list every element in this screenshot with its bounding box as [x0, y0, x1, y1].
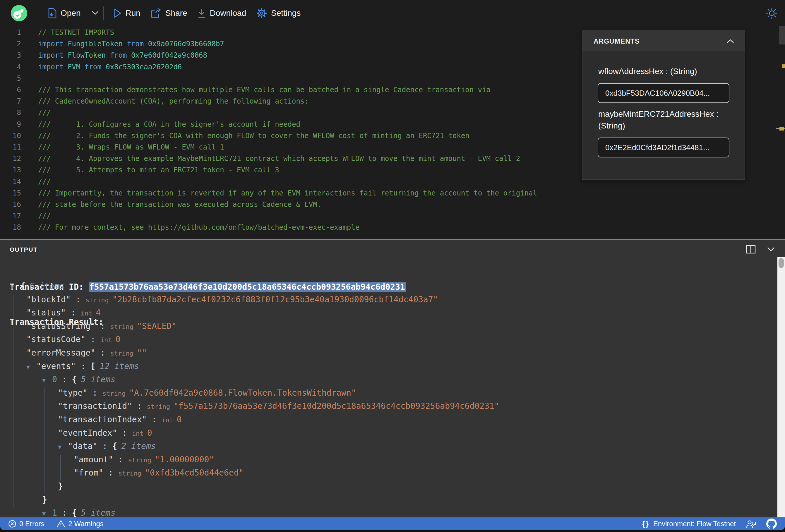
line-number: 8	[0, 107, 21, 119]
output-scrollbar-thumb[interactable]	[779, 258, 784, 268]
json-pn: :	[103, 468, 118, 478]
code-text: /// 4. Approves the example MaybeMintERC…	[38, 153, 520, 164]
collapse-arrow-icon[interactable]: ▼	[58, 440, 68, 454]
output-scrollbar[interactable]	[777, 257, 785, 517]
warnings-item[interactable]: 2 Warnings	[56, 520, 104, 528]
warning-marker	[782, 65, 785, 68]
json-tree-row: "eventIndex" : int0	[0, 426, 776, 440]
arguments-body: wflowAddressHex : (String) 0xd3bF53DAC10…	[582, 52, 744, 179]
json-key: "data"	[68, 441, 98, 451]
code-token: from	[127, 40, 148, 48]
output-toolbar	[746, 245, 776, 254]
code-line: 18/// For more context, see https://gith…	[0, 222, 785, 233]
json-tree: ▼{6 items"blockId" : string"2b28cbfb87da…	[0, 279, 776, 517]
json-tree-row: }	[0, 480, 776, 493]
code-token: FungibleToken	[68, 40, 127, 48]
environment-item[interactable]: {} Environment: Flow Testnet	[642, 520, 736, 528]
collapse-arrow-icon[interactable]: ▼	[10, 280, 21, 294]
code-text: /// 1. Configures a COA in the signer's …	[38, 119, 300, 130]
json-tree-row: "blockId" : string"2b28cbfb87da2cfec4f02…	[0, 293, 776, 306]
json-pn: :	[71, 295, 86, 304]
line-number: 3	[0, 50, 21, 61]
code-token: /// 5. Attempts to mint an ERC721 token …	[38, 166, 279, 174]
open-dropdown-button[interactable]	[91, 10, 100, 16]
json-ty: int	[132, 430, 144, 437]
maybe-mint-erc721-address-input[interactable]: 0x2E2Ed0Cfd3AD2f1d34481...	[598, 137, 729, 157]
json-pn: :	[76, 361, 91, 371]
feedback-person-icon[interactable]	[746, 519, 756, 529]
open-button[interactable]: Open	[47, 8, 81, 19]
json-tree-row: "amount" : string"1.00000000"	[0, 453, 776, 466]
code-token: from	[84, 63, 106, 71]
json-br: }	[58, 481, 63, 491]
code-token: /// 2. Funds the signer's COA with enoug…	[38, 132, 470, 140]
overview-ruler[interactable]	[779, 26, 785, 239]
code-text: /// 3. Wraps FLOW as WFLOW - EVM call 1	[38, 142, 224, 153]
line-number: 2	[0, 38, 21, 50]
editor-scrollbar-thumb[interactable]	[779, 26, 785, 45]
code-token: /// Importantly, the transaction is reve…	[38, 189, 537, 197]
json-str: "A.7e60df042a9c0868.FlowToken.TokensWith…	[129, 388, 356, 398]
wflow-address-input[interactable]: 0xd3bF53DAC106A0290B04...	[598, 83, 729, 103]
json-pn: :	[95, 321, 110, 331]
toolbar: Open Run Share	[0, 0, 785, 26]
gear-icon	[256, 8, 267, 19]
json-ty: string	[102, 390, 126, 397]
json-ty: string	[118, 470, 142, 477]
json-tree-row: ▼{6 items	[0, 279, 776, 293]
code-line: 17///	[0, 210, 785, 222]
json-key: "transactionIndex"	[58, 415, 147, 424]
json-pn: :	[132, 401, 147, 411]
code-token: ///	[38, 212, 51, 220]
run-button[interactable]: Run	[113, 8, 141, 18]
collapse-arrow-icon[interactable]: ▼	[26, 360, 36, 374]
line-number: 14	[0, 176, 21, 187]
split-editor-icon[interactable]	[746, 245, 756, 254]
arguments-title: ARGUMENTS	[593, 37, 639, 45]
code-text: ///	[38, 107, 51, 119]
code-token: /// CadenceOwnedAccount (COA), performin…	[38, 97, 309, 105]
code-token: EVM	[68, 63, 84, 71]
toolbar-separator	[103, 6, 104, 20]
json-int: 0	[177, 415, 182, 424]
json-ty: string	[110, 350, 133, 357]
errors-item[interactable]: 0 Errors	[8, 520, 44, 528]
json-ty: int	[100, 336, 112, 344]
github-icon[interactable]	[766, 518, 777, 529]
json-str: "2b28cbfb87da2cfec4f0232c6f883f0f12c95b3…	[112, 295, 438, 304]
code-link[interactable]: https://github.com/onflow/batched-evm-ex…	[148, 223, 359, 231]
download-button[interactable]: Download	[197, 8, 247, 19]
output-collapse-chevron-icon[interactable]	[766, 246, 776, 252]
code-line: 16/// state before the transaction was e…	[0, 199, 785, 210]
json-ty: string	[110, 323, 133, 330]
json-tree-row: "statusString" : string"SEALED"	[0, 320, 776, 333]
code-text: /// CadenceOwnedAccount (COA), performin…	[38, 96, 309, 107]
code-text: /// This transaction demonstrates how mu…	[38, 84, 490, 96]
json-it: 12 items	[100, 361, 139, 371]
settings-button[interactable]: Settings	[256, 8, 301, 19]
json-tree-row: "status" : int4	[0, 306, 776, 320]
code-token: FlowToken	[68, 51, 110, 59]
json-br: [	[91, 361, 95, 371]
code-token: ///	[38, 178, 51, 186]
json-key: "eventIndex"	[58, 428, 117, 438]
json-pn: :	[85, 334, 100, 344]
json-tree-row: ▼"data" : {2 items	[0, 439, 776, 453]
collapse-arrow-icon[interactable]: ▼	[42, 374, 52, 387]
theme-toggle-button[interactable]	[766, 7, 778, 21]
code-token: /// state before the transaction was exe…	[38, 200, 321, 209]
collapse-chevron-icon[interactable]	[726, 39, 735, 44]
json-key: "transactionId"	[58, 401, 132, 411]
share-button[interactable]: Share	[150, 8, 187, 19]
json-pn: :	[98, 441, 112, 451]
share-label: Share	[166, 8, 187, 18]
argument-label: maybeMintERC721AddressHex : (String)	[598, 108, 729, 132]
app-window: Open Run Share	[0, 0, 785, 532]
share-icon	[150, 8, 161, 19]
warnings-label: 2 Warnings	[68, 520, 104, 528]
editor-section: Open Run Share	[0, 0, 785, 239]
line-number: 15	[0, 187, 21, 199]
collapse-arrow-icon[interactable]: ▼	[42, 507, 52, 517]
json-br: {	[72, 508, 77, 517]
line-number: 6	[0, 84, 21, 96]
